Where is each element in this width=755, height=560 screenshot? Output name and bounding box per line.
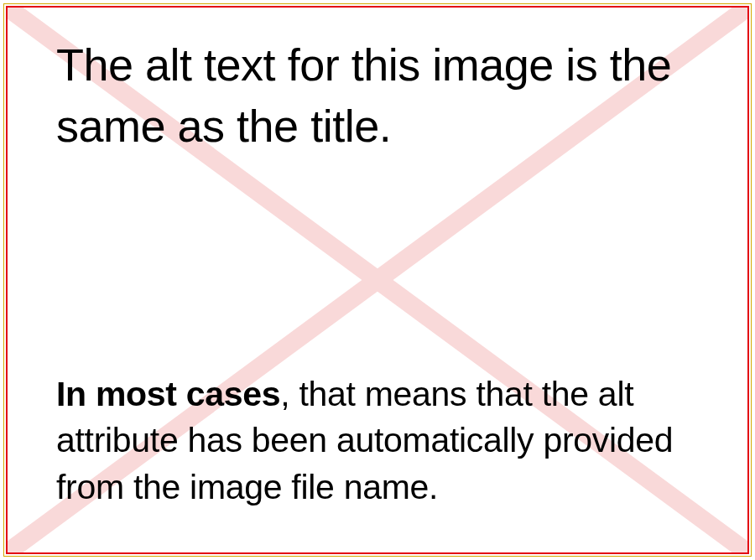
secondary-message: In most cases, that means that the alt a… [56, 371, 699, 519]
primary-message: The alt text for this image is the same … [56, 34, 699, 157]
content-area: The alt text for this image is the same … [8, 8, 747, 552]
secondary-message-emphasis: In most cases [56, 375, 280, 413]
